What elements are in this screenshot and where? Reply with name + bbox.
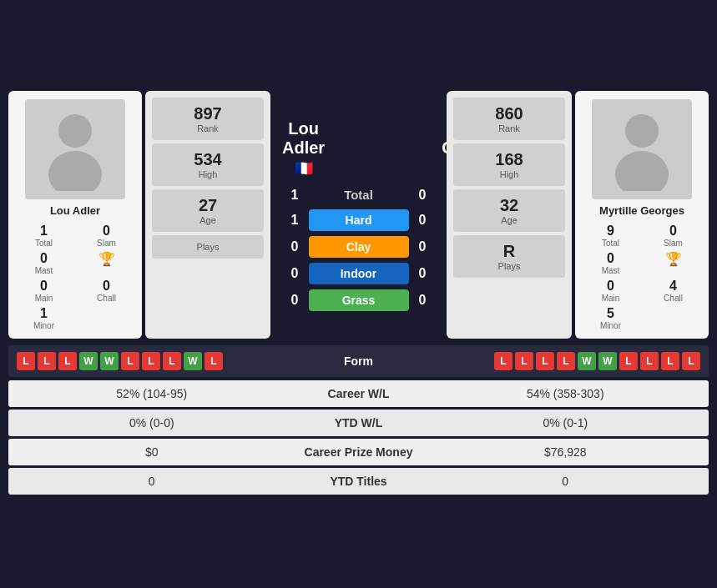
hard-row: 1 Hard 0 xyxy=(282,209,435,231)
form-badge-left: W xyxy=(184,352,202,370)
svg-point-3 xyxy=(615,151,669,191)
right-main-stat: 0 Main xyxy=(583,279,638,303)
total-row: 1 Total 0 xyxy=(282,188,435,203)
score-rows: 1 Hard 0 0 Clay 0 0 Indoor 0 0 Grass xyxy=(282,209,435,311)
form-badge-right: L xyxy=(536,352,554,370)
form-badge-left: L xyxy=(58,352,77,370)
form-badge-right: L xyxy=(682,352,700,370)
main-container: Lou Adler 1 Total 0 Slam 0 Mast 🏆 xyxy=(0,83,717,505)
right-middle-stats: 860 Rank 168 High 32 Age R Plays xyxy=(447,91,572,339)
stat-label-center: Career Prize Money xyxy=(284,445,434,459)
form-badge-right: L xyxy=(557,352,575,370)
right-total-stat: 9 Total xyxy=(583,224,638,248)
right-player-stats: 9 Total 0 Slam 0 Mast 🏆 0 Main xyxy=(583,224,700,330)
clay-badge: Clay xyxy=(309,236,409,258)
left-player-card: Lou Adler 1 Total 0 Slam 0 Mast 🏆 xyxy=(8,91,142,339)
form-badge-left: L xyxy=(121,352,139,370)
right-player-card: Myrtille Georges 9 Total 0 Slam 0 Mast 🏆 xyxy=(575,91,709,339)
stat-row: 52% (104-95) Career W/L 54% (358-303) xyxy=(8,380,709,407)
left-age-box: 27 Age xyxy=(152,189,264,232)
form-section: LLLWWLLLWL Form LLLLWWLLLL xyxy=(8,345,709,377)
right-player-avatar xyxy=(592,99,692,199)
stat-row: $0 Career Prize Money $76,928 xyxy=(8,439,709,465)
stat-left: 52% (104-95) xyxy=(20,387,284,400)
form-badge-left: L xyxy=(17,352,35,370)
left-mast-stat: 0 Mast xyxy=(17,251,71,275)
clay-row: 0 Clay 0 xyxy=(282,236,435,258)
form-badge-left: L xyxy=(142,352,160,370)
left-chall-stat: 0 Chall xyxy=(79,279,134,303)
right-age-box: 32 Age xyxy=(453,189,565,232)
form-badge-right: L xyxy=(640,352,659,370)
right-rank-box: 860 Rank xyxy=(453,98,565,140)
svg-point-0 xyxy=(58,114,92,148)
form-badge-right: L xyxy=(661,352,679,370)
center-section: Lou Adler 🇫🇷 Myrtille Georges 🇫🇷 1 Total… xyxy=(274,91,443,339)
form-label: Form xyxy=(309,354,409,368)
stat-label-center: YTD W/L xyxy=(284,416,434,430)
form-badge-left: W xyxy=(100,352,119,370)
grass-badge: Grass xyxy=(309,289,409,311)
stat-row: 0% (0-0) YTD W/L 0% (0-1) xyxy=(8,410,709,436)
form-badge-right: L xyxy=(619,352,638,370)
right-high-box: 168 High xyxy=(453,143,565,186)
stat-left: 0% (0-0) xyxy=(20,416,284,430)
form-badge-left: W xyxy=(79,352,98,370)
bottom-stats: 52% (104-95) Career W/L 54% (358-303) 0%… xyxy=(8,380,709,495)
right-trophy-cell: 🏆 xyxy=(646,251,700,275)
indoor-badge: Indoor xyxy=(309,263,409,284)
right-trophy-icon: 🏆 xyxy=(665,251,682,267)
form-badge-right: L xyxy=(515,352,533,370)
left-player-stats: 1 Total 0 Slam 0 Mast 🏆 0 Main xyxy=(17,224,134,330)
form-badge-right: W xyxy=(578,352,596,370)
stat-right: $76,928 xyxy=(434,445,698,459)
left-middle-stats: 897 Rank 534 High 27 Age Plays xyxy=(145,91,270,339)
right-plays-box: R Plays xyxy=(453,235,565,278)
right-minor-stat: 5 Minor xyxy=(583,306,638,330)
stat-label-center: Career W/L xyxy=(284,387,434,400)
indoor-row: 0 Indoor 0 xyxy=(282,263,435,284)
left-main-stat: 0 Main xyxy=(17,279,71,303)
form-badge-right: L xyxy=(494,352,513,370)
stat-left: $0 xyxy=(20,445,284,459)
left-minor-stat: 1 Minor xyxy=(17,306,71,330)
stat-right: 54% (358-303) xyxy=(434,387,698,400)
left-trophy-cell: 🏆 xyxy=(79,251,134,275)
left-plays-box: Plays xyxy=(152,235,264,259)
right-slam-stat: 0 Slam xyxy=(646,224,700,248)
hard-badge: Hard xyxy=(309,209,409,231)
stat-left: 0 xyxy=(20,475,284,488)
left-high-box: 534 High xyxy=(152,143,264,186)
left-form-badges: LLLWWLLLWL xyxy=(17,352,309,370)
form-badge-left: L xyxy=(163,352,181,370)
grass-row: 0 Grass 0 xyxy=(282,289,435,311)
left-player-avatar xyxy=(25,99,125,199)
left-trophy-icon: 🏆 xyxy=(98,251,115,267)
form-badge-left: L xyxy=(38,352,56,370)
left-flag: 🇫🇷 xyxy=(282,159,325,178)
right-player-name: Myrtille Georges xyxy=(599,204,684,217)
left-rank-box: 897 Rank xyxy=(152,98,264,140)
left-player-name: Lou Adler xyxy=(50,204,100,217)
top-section: Lou Adler 1 Total 0 Slam 0 Mast 🏆 xyxy=(8,91,709,339)
stat-label-center: YTD Titles xyxy=(284,475,434,488)
left-slam-stat: 0 Slam xyxy=(79,224,134,248)
right-mast-stat: 0 Mast xyxy=(583,251,638,275)
stat-right: 0 xyxy=(434,475,698,488)
svg-point-1 xyxy=(48,151,102,191)
right-form-badges: LLLLWWLLLL xyxy=(409,352,701,370)
stat-row: 0 YTD Titles 0 xyxy=(8,468,709,495)
form-badge-right: W xyxy=(598,352,617,370)
svg-point-2 xyxy=(625,114,659,148)
left-header-name: Lou Adler xyxy=(282,119,325,158)
left-total-stat: 1 Total xyxy=(17,224,71,248)
right-chall-stat: 4 Chall xyxy=(646,279,700,303)
stat-right: 0% (0-1) xyxy=(434,416,698,430)
form-badge-left: L xyxy=(204,352,223,370)
